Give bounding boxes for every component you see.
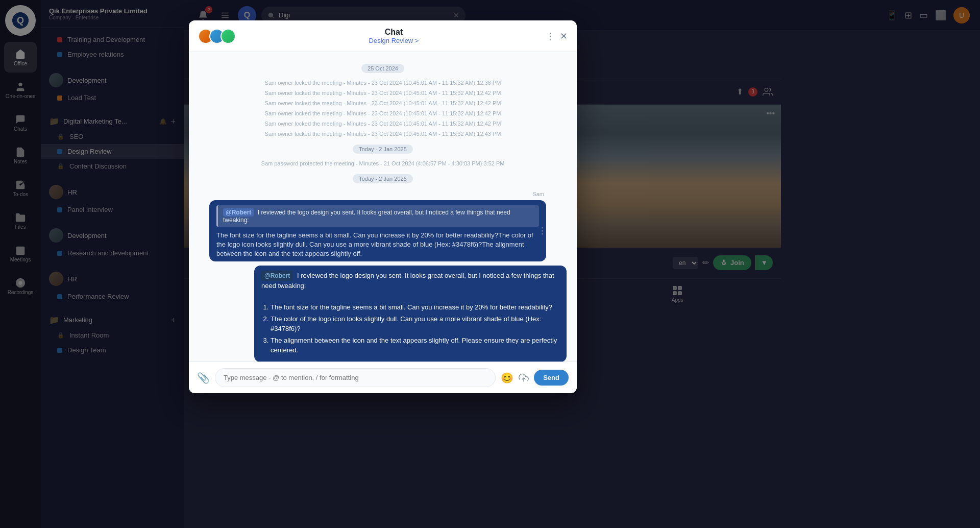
quote-box: @Robert I reviewed the logo design you s… [216, 205, 539, 227]
sender-name-label: Sam [199, 189, 567, 198]
emoji-button[interactable]: 😊 [501, 372, 513, 384]
list-item-2: The color of the logo icon looks slightl… [271, 314, 559, 334]
chat-input-area: 📎 😊 Send [189, 362, 577, 393]
system-msg-4: Sam owner locked the meeting - Minutes -… [199, 109, 567, 117]
date-divider-old: 25 Oct 2024 [199, 63, 567, 73]
chat-title: Chat [242, 28, 546, 37]
chat-messages-area: 25 Oct 2024 Sam owner locked the meeting… [189, 52, 577, 362]
date-divider-today-1: Today - 2 Jan 2025 [199, 144, 567, 153]
modal-overlay[interactable]: Chat Design Review > ⋮ ✕ 25 Oct 2024 Sam… [0, 0, 980, 528]
send-button[interactable]: Send [534, 370, 569, 386]
chat-header-avatars [198, 29, 236, 44]
message-row-full: @Robert I reviewed the logo design you s… [199, 266, 567, 362]
message-bubble-full: @Robert I reviewed the logo design you s… [254, 266, 567, 362]
chat-header-title: Chat Design Review > [242, 28, 546, 44]
date-today-label: Today - 2 Jan 2025 [353, 145, 413, 154]
chat-avatar-3 [220, 29, 236, 44]
system-msg-1: Sam owner locked the meeting - Minutes -… [199, 79, 567, 87]
chat-subtitle[interactable]: Design Review > [242, 37, 546, 44]
system-msg-3: Sam owner locked the meeting - Minutes -… [199, 99, 567, 107]
list-item-1: The font size for the tagline seems a bi… [271, 302, 559, 313]
date-divider-today-2: Today - 2 Jan 2025 [199, 174, 567, 183]
system-msg-2: Sam owner locked the meeting - Minutes -… [199, 89, 567, 97]
message-bubble-quoted: @Robert I reviewed the logo design you s… [209, 200, 546, 261]
system-msg-5: Sam owner locked the meeting - Minutes -… [199, 119, 567, 128]
message-intro: I reviewed the logo design you sent. It … [261, 272, 554, 290]
attachment-button[interactable]: 📎 [197, 372, 210, 384]
date-old-label: 25 Oct 2024 [361, 64, 404, 73]
scroll-indicator [542, 227, 543, 235]
message-input[interactable] [215, 368, 496, 387]
chat-header-actions: ⋮ ✕ [546, 31, 568, 42]
chat-more-btn[interactable]: ⋮ [546, 31, 555, 42]
message-list: The font size for the tagline seems a bi… [261, 302, 559, 355]
message-wrapper: @Robert I reviewed the logo design you s… [199, 266, 567, 362]
system-msg-today: Sam password protected the meeting - Min… [199, 159, 567, 167]
list-item-3: The alignment between the icon and the t… [271, 335, 559, 355]
system-msg-6: Sam owner locked the meeting - Minutes -… [199, 130, 567, 138]
chat-modal: Chat Design Review > ⋮ ✕ 25 Oct 2024 Sam… [189, 20, 577, 393]
quote-text: I reviewed the logo design you sent. It … [223, 209, 510, 224]
date-today-2-label: Today - 2 Jan 2025 [353, 174, 413, 183]
chat-header: Chat Design Review > ⋮ ✕ [189, 20, 577, 52]
sender-name: Sam [532, 191, 544, 197]
chat-close-btn[interactable]: ✕ [560, 31, 568, 42]
upload-button[interactable] [519, 373, 529, 383]
mention-tag: @Robert [261, 271, 293, 281]
mention-tag-quote: @Robert [223, 208, 254, 217]
quote-body: The font size for the tagline seems a bi… [216, 231, 539, 259]
